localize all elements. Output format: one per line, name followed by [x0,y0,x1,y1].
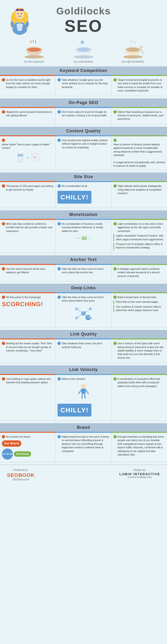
hot-indicator [2,435,5,438]
svg-line-37 [77,309,83,314]
right-indicator [113,184,117,188]
link-quality-right-col: Use a mixture of link types with some be… [112,338,167,363]
onpage-seo-content: Repeat the same keyword everywhere & ris… [0,107,167,124]
right-bowl: just right (profitable) [108,40,158,63]
cold-indicator [57,296,61,299]
right-indicator [113,138,117,142]
svg-point-26 [140,46,143,48]
hot-indicator [2,267,5,270]
goldilocks-icon [7,2,32,35]
deep-links-sub2: Use analytics & market research data to … [113,305,165,312]
svg-line-25 [141,48,143,54]
hot-indicator [2,296,5,299]
brand-cold-col: Highly brand focused to the point of bei… [56,432,111,462]
brand-content: No concern for brand Our Brand Our Brand… [0,432,167,462]
hot-bowl: too hot (spammy) [9,40,59,63]
svg-text:??: ?? [33,156,37,160]
site-size-content: Thousands of 150-word pages just asking … [0,181,167,208]
site-size-hot-col: Thousands of 150-word pages just asking … [0,181,56,208]
our-brand-badge-2: Our Brand [2,448,13,460]
anchor-text-content: Use the same keyword all the time, askin… [0,264,167,281]
link-velocity-content: Link building in huge spikes without any… [0,374,167,421]
section-content-quality: Content Quality [0,127,167,135]
hot-indicator [2,222,5,226]
deep-links-content: All links point to the homepage SCORCHIN… [0,292,167,328]
section-deep-links: Deep Links [0,284,167,292]
svg-point-20 [77,48,90,52]
right-indicator [113,377,117,380]
hot-indicator [2,342,5,345]
anchor-cold-col: Take the links as they come but don't wo… [56,264,111,281]
cold-indicator [57,222,61,226]
svg-line-47 [82,394,82,398]
section-anchor-text: Anchor Text [0,255,167,264]
link-quality-cold-col: Take whatever links come, but don't acti… [56,338,111,363]
section-keyword-competition: Keyword Competition [0,66,167,75]
keyword-competition-content: Go for the most competitive words right … [0,75,167,96]
onpage-hot-col: Repeat the same keyword everywhere & ris… [0,107,56,124]
scorching-badge: SCORCHING! [2,300,54,308]
deep-links-right-col: Build a broad base of diverse links Poin… [112,292,167,327]
section-onpage-seo: On-Page SEO [0,98,167,107]
link-quality-hot-col: Nothing but the lowest quality "free" li… [0,338,56,363]
svg-point-14 [27,48,41,52]
footer-produced-by: Produced by: SEOBOOK (SEOBook.com) [7,468,34,481]
svg-point-24 [123,55,143,58]
hot-indicator [2,78,5,82]
section-monetization: Monetization [0,210,167,219]
hot-indicator [2,138,5,142]
link-velocity-right-col: A combination of consistent effort that … [112,374,167,421]
cold-indicator [57,138,61,142]
keyword-right-col: Target mid-tail and longtail keywords on… [112,75,167,96]
svg-rect-44 [81,389,86,394]
our-brand-badge-3: Our Brand [14,451,31,457]
monetization-content: More ads than content & content so horri… [0,219,167,253]
right-indicator [113,110,117,114]
velocity-character-icon [75,382,92,401]
onpage-cold-col: Don't worry about it & just let Google d… [56,107,111,124]
section-brand: Brand [0,423,167,432]
monetization-right-col: Light monetization on a new site & more … [112,219,167,253]
lumin-logo: LUMIN INTERACTIVE [119,472,160,476]
right-indicator [113,296,117,299]
cold-indicator [57,342,61,345]
content-right-col: Have a mixture of decent content aligned… [112,135,167,170]
right-bowl-icon [123,40,143,58]
svg-point-7 [18,9,21,11]
site-size-cold-col: No consideration at all CHILLY! [56,181,111,208]
keyword-hot-col: Go for the most competitive words right … [0,75,56,96]
deep-links-cold-col: Take the links as they come but don't wo… [56,292,111,327]
monetization-hot-col: More ads than content & content so horri… [0,219,56,253]
svg-text:$$: $$ [82,236,87,241]
svg-point-21 [74,55,93,58]
monetization-sub1: Lightly monetized "Featured Content" wit… [113,234,165,241]
network-diagram: ?? [57,304,109,324]
cold-indicator [57,110,61,114]
footer-design-by: Design by: LUMIN INTERACTIVE (LuminConsu… [119,468,160,481]
anchor-hot-col: Use the same keyword all the time, askin… [0,264,56,281]
cold-indicator [57,435,61,438]
monetization-sub2: Frequent use of analytics data to refine… [113,242,165,250]
deep-links-sub1: Point links at the most relevant pages [113,300,165,304]
our-brand-badge-1: Our Brand [2,440,21,446]
svg-point-15 [24,55,44,58]
cold-indicator [57,184,61,188]
cold-bowl: too cold (apathy) [59,40,108,63]
brand-hot-col: No concern for brand Our Brand Our Brand… [0,432,56,462]
cold-indicator [57,377,61,380]
anchor-right-col: A strategic approach which combines rela… [112,264,167,281]
cold-indicator [57,78,61,82]
bowls-row: too hot (spammy) too cold (apathy) [0,38,167,64]
svg-text:??: ?? [87,316,91,320]
hot-indicator [2,377,5,380]
svg-line-46 [86,390,88,394]
right-indicator [113,342,117,345]
hot-indicator [2,184,5,188]
seobook-logo: SEOBOOK [7,472,34,478]
content-cold-col: Only produce the highest quality content… [56,135,111,170]
hot-bowl-icon [24,40,44,58]
svg-line-38 [83,309,90,314]
svg-line-39 [77,314,83,318]
chilly-badge: CHILLY! [57,191,91,204]
deep-links-hot-col: All links point to the homepage SCORCHIN… [0,292,56,327]
